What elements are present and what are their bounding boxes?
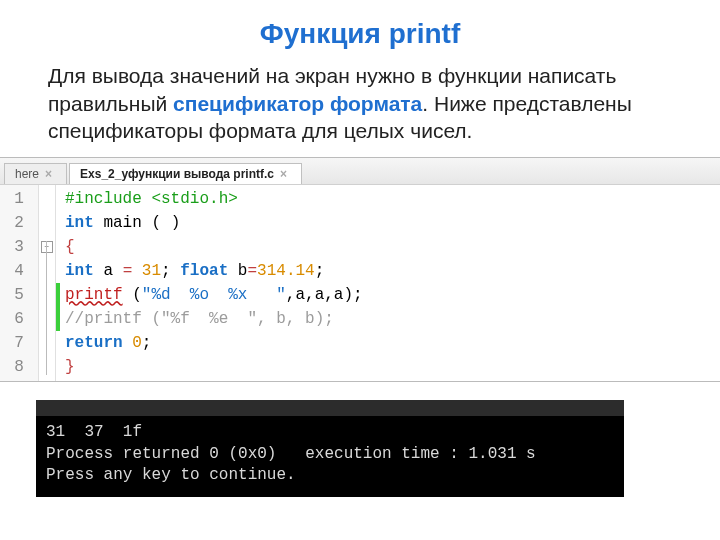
slide: Функция printf Для вывода значений на эк… (0, 0, 720, 540)
code-line: } (65, 355, 720, 379)
console-area: 31 37 1f Process returned 0 (0x0) execut… (0, 400, 720, 497)
code-line: int a = 31; float b=314.14; (65, 259, 720, 283)
code-line: printf ("%d %o %x ",a,a,a); (65, 283, 720, 307)
change-bar (56, 185, 61, 381)
fold-column: − (39, 185, 56, 381)
fold-toggle-icon[interactable]: − (41, 241, 53, 253)
console-output: 31 37 1f Process returned 0 (0x0) execut… (36, 416, 624, 497)
code-editor: here × Exs_2_уфункции вывода printf.c × … (0, 157, 720, 382)
tab-bar: here × Exs_2_уфункции вывода printf.c × (0, 158, 720, 185)
console-titlebar (36, 400, 624, 416)
code-line: #include <stdio.h> (65, 187, 720, 211)
line-number: 5 (0, 283, 38, 307)
close-icon[interactable]: × (45, 167, 52, 181)
close-icon[interactable]: × (280, 167, 287, 181)
code-line: { (65, 235, 720, 259)
console-line: Press any key to continue. (46, 466, 296, 484)
desc-highlight: спецификатор формата (173, 92, 422, 115)
line-number: 2 (0, 211, 38, 235)
tab-label: here (15, 167, 39, 181)
line-number: 1 (0, 187, 38, 211)
line-number: 3 (0, 235, 38, 259)
code-line: int main ( ) (65, 211, 720, 235)
code-lines[interactable]: #include <stdio.h> int main ( ) { int a … (61, 185, 720, 381)
line-number: 7 (0, 331, 38, 355)
tab-label: Exs_2_уфункции вывода printf.c (80, 167, 274, 181)
console-line: Process returned 0 (0x0) execution time … (46, 445, 536, 463)
code-line: return 0; (65, 331, 720, 355)
line-number: 8 (0, 355, 38, 379)
code-area: 1 2 3 4 5 6 7 8 − #include <stdio.h> int… (0, 185, 720, 381)
line-number: 4 (0, 259, 38, 283)
slide-title: Функция printf (0, 18, 720, 50)
line-number: 6 (0, 307, 38, 331)
line-gutter: 1 2 3 4 5 6 7 8 (0, 185, 39, 381)
slide-description: Для вывода значений на экран нужно в фун… (48, 62, 680, 145)
tab-active[interactable]: Exs_2_уфункции вывода printf.c × (69, 163, 302, 184)
console-line: 31 37 1f (46, 423, 142, 441)
code-line: //printf ("%f %e ", b, b); (65, 307, 720, 331)
tab-inactive[interactable]: here × (4, 163, 67, 184)
